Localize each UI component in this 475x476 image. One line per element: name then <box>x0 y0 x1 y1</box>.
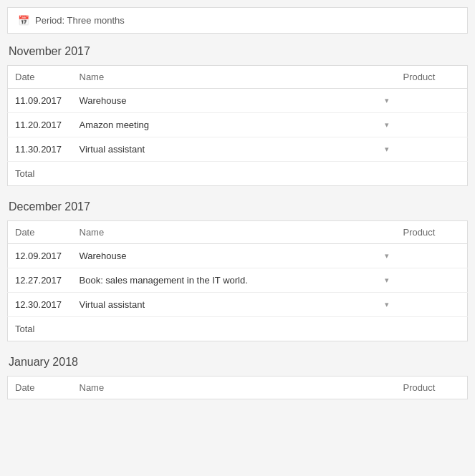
name-text: Virtual assistant <box>80 144 145 155</box>
col-header-1: Name <box>72 66 396 89</box>
product-cell <box>396 268 468 293</box>
name-cell[interactable]: Virtual assistant▾ <box>72 137 396 162</box>
table-1: DateNameProduct12.09.2017Warehouse▾12.27… <box>7 220 468 341</box>
product-cell <box>396 113 468 137</box>
section-1: December 2017DateNameProduct12.09.2017Wa… <box>7 200 468 341</box>
date-cell: 12.30.2017 <box>8 293 72 317</box>
date-cell: 11.09.2017 <box>8 89 72 113</box>
col-header-2: Product <box>396 66 468 89</box>
section-0: November 2017DateNameProduct11.09.2017Wa… <box>7 45 468 186</box>
total-label: Total <box>8 317 468 341</box>
col-header-0: Date <box>8 221 72 244</box>
chevron-down-icon[interactable]: ▾ <box>385 300 389 309</box>
table-row: 11.09.2017Warehouse▾ <box>8 89 468 113</box>
date-cell: 11.20.2017 <box>8 113 72 137</box>
product-cell <box>396 137 468 162</box>
period-bar: 📅 Period: Three months <box>7 7 468 34</box>
name-cell[interactable]: Book: sales management in the IT world.▾ <box>72 268 396 293</box>
table-2: DateNameProduct <box>7 376 468 399</box>
name-text: Book: sales management in the IT world. <box>80 275 248 286</box>
total-label: Total <box>8 162 468 186</box>
product-cell <box>396 244 468 268</box>
col-header-2: Product <box>396 221 468 244</box>
name-text: Warehouse <box>80 95 127 106</box>
product-cell <box>396 293 468 317</box>
section-title-2: January 2018 <box>7 356 468 369</box>
table-row: 11.20.2017Amazon meeting▾ <box>8 113 468 137</box>
name-cell[interactable]: Virtual assistant▾ <box>72 293 396 317</box>
col-header-0: Date <box>8 377 72 399</box>
name-text: Warehouse <box>80 251 127 261</box>
table-row: 12.27.2017Book: sales management in the … <box>8 268 468 293</box>
chevron-down-icon[interactable]: ▾ <box>385 276 389 285</box>
chevron-down-icon[interactable]: ▾ <box>385 251 389 261</box>
total-row: Total <box>8 317 468 341</box>
date-cell: 11.30.2017 <box>8 137 72 162</box>
product-cell <box>396 89 468 113</box>
total-row: Total <box>8 162 468 186</box>
name-text: Virtual assistant <box>80 299 145 310</box>
section-2: January 2018DateNameProduct <box>7 356 468 399</box>
table-row: 11.30.2017Virtual assistant▾ <box>8 137 468 162</box>
col-header-1: Name <box>72 221 396 244</box>
name-cell[interactable]: Warehouse▾ <box>72 89 396 113</box>
col-header-1: Name <box>72 377 396 399</box>
name-cell[interactable]: Warehouse▾ <box>72 244 396 268</box>
name-cell[interactable]: Amazon meeting▾ <box>72 113 396 137</box>
table-row: 12.30.2017Virtual assistant▾ <box>8 293 468 317</box>
section-title-1: December 2017 <box>7 200 468 213</box>
chevron-down-icon[interactable]: ▾ <box>385 96 389 105</box>
name-text: Amazon meeting <box>80 120 150 130</box>
chevron-down-icon[interactable]: ▾ <box>385 145 389 154</box>
date-cell: 12.27.2017 <box>8 268 72 293</box>
date-cell: 12.09.2017 <box>8 244 72 268</box>
table-row: 12.09.2017Warehouse▾ <box>8 244 468 268</box>
calendar-icon: 📅 <box>18 15 29 26</box>
col-header-2: Product <box>396 377 468 399</box>
period-label: Period: Three months <box>35 15 125 26</box>
section-title-0: November 2017 <box>7 45 468 58</box>
table-0: DateNameProduct11.09.2017Warehouse▾11.20… <box>7 65 468 186</box>
col-header-0: Date <box>8 66 72 89</box>
chevron-down-icon[interactable]: ▾ <box>385 120 389 130</box>
